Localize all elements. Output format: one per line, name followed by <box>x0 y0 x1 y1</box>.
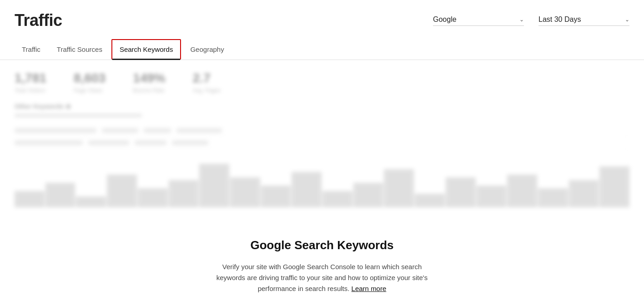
google-search-keywords-modal: Google Search Keywords Verify your site … <box>195 216 449 306</box>
chevron-down-icon: ⌄ <box>625 16 629 23</box>
section-label-row: Other Keywords ⊕ <box>0 99 644 121</box>
modal-description: Verify your site with Google Search Cons… <box>213 261 431 294</box>
blurred-row <box>15 125 629 137</box>
tab-traffic-sources[interactable]: Traffic Sources <box>50 40 110 59</box>
date-dropdown-label: Last 30 Days <box>538 15 581 24</box>
blurred-row <box>15 137 629 149</box>
main-content-area: Google Search Keywords Verify your site … <box>0 125 644 306</box>
google-dropdown-label: Google <box>433 15 457 24</box>
stat-avg-pages: 2.7 Avg. Pages <box>193 71 221 94</box>
stat-visitors: 1,781 Total Visitors <box>15 71 46 94</box>
stat-bounce: 149% Bounce Rate <box>133 71 166 94</box>
modal-title: Google Search Keywords <box>251 238 394 252</box>
date-dropdown[interactable]: Last 30 Days ⌄ <box>538 15 629 26</box>
chart-area-blurred <box>0 153 644 207</box>
google-dropdown[interactable]: Google ⌄ <box>433 15 524 26</box>
page-header: Traffic Google ⌄ Last 30 Days ⌄ <box>0 0 644 30</box>
learn-more-link[interactable]: Learn more <box>352 285 387 292</box>
chevron-down-icon: ⌄ <box>519 16 524 23</box>
tab-search-keywords[interactable]: Search Keywords <box>111 39 181 60</box>
page-title: Traffic <box>15 11 62 30</box>
stat-pageviews: 8,603 Page Views <box>74 71 106 94</box>
tab-traffic[interactable]: Traffic <box>15 40 48 59</box>
stats-row: 1,781 Total Visitors 8,603 Page Views 14… <box>0 60 644 99</box>
blurred-background-table <box>15 125 629 149</box>
tab-geography[interactable]: Geography <box>183 40 231 59</box>
other-keywords-label: Other Keywords ⊕ <box>15 103 629 110</box>
header-controls: Google ⌄ Last 30 Days ⌄ <box>433 15 629 26</box>
tabs-nav: Traffic Traffic Sources Search Keywords … <box>0 39 644 60</box>
